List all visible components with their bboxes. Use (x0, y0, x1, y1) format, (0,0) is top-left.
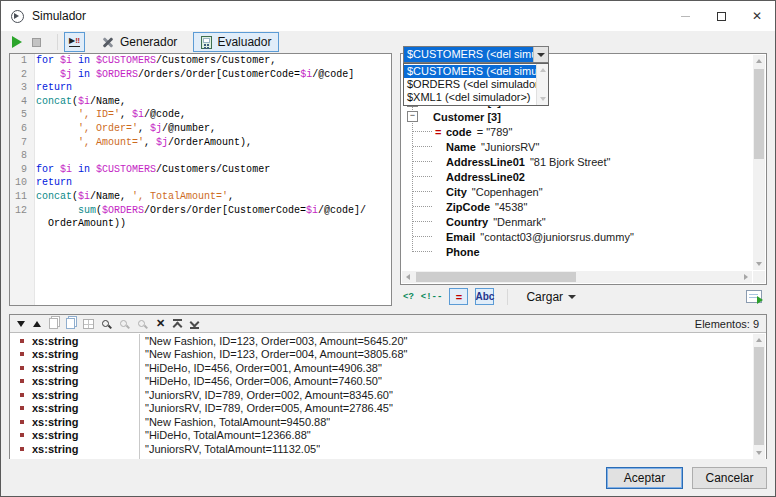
code-line[interactable]: 8 (10, 149, 391, 163)
tree-connector (413, 161, 432, 162)
result-value: "JuniorsRV, ID=789, Order=005, Amount=27… (139, 402, 393, 414)
scroll-up-icon[interactable] (756, 59, 762, 63)
cancel-button[interactable]: Cancelar (692, 467, 767, 489)
run-button[interactable] (12, 36, 22, 48)
result-type-cell: xs:string (11, 416, 139, 428)
scroll-down-icon[interactable] (540, 97, 546, 101)
copy-icon[interactable] (49, 318, 58, 329)
code-line[interactable]: 10return (10, 176, 391, 190)
generator-button[interactable]: Generador (93, 32, 185, 52)
scroll-right-icon[interactable] (744, 274, 748, 280)
close-button[interactable]: ✕ (739, 1, 775, 31)
evaluator-button[interactable]: Evaluador (193, 32, 279, 52)
xquery-editor[interactable]: 1for $i in $CUSTOMERS/Customers/Customer… (9, 53, 392, 306)
tree-row[interactable]: Country"Denmark" (402, 214, 752, 229)
code-line[interactable]: OrderAmount)) (10, 217, 391, 231)
variables-combobox[interactable]: $CUSTOMERS (<del simulador> (403, 46, 549, 63)
clear-results-icon[interactable]: ✕ (156, 318, 165, 329)
tree-row[interactable]: AddressLine02 (402, 169, 752, 184)
accept-button[interactable]: Aceptar (606, 467, 683, 489)
next-result-icon[interactable] (17, 321, 25, 327)
tree-row[interactable]: ZipCode"4538" (402, 199, 752, 214)
auto-evaluate-toggle[interactable]: ▶ ‼ (64, 32, 85, 52)
code-line[interactable]: 3return (10, 81, 391, 95)
stop-button[interactable] (32, 38, 41, 47)
comments-toggle[interactable]: <!-- (421, 292, 443, 302)
tools-icon (101, 35, 115, 49)
result-row[interactable]: xs:string"JuniorsRV, TotalAmount=11132.0… (11, 442, 752, 456)
xml-declaration-toggle[interactable]: <? (403, 292, 414, 302)
code-text (31, 149, 36, 163)
text-toggle[interactable]: Abc (475, 288, 494, 305)
tree-node-value: "contact03@juniorsrus.dummy" (480, 231, 633, 243)
table-view-icon[interactable] (83, 319, 94, 329)
results-count: Elementos: 9 (695, 318, 759, 330)
scrollbar-thumb[interactable] (754, 347, 764, 445)
code-text: concat($i/Name, ', TotalAmount=', (31, 190, 234, 204)
code-line[interactable]: 12 sum($ORDERS/Orders/Order[CustomerCode… (10, 204, 391, 218)
code-line[interactable]: 6 ', Order=', $j/@number, (10, 122, 391, 136)
variable-option[interactable]: $CUSTOMERS (<del simulador>) (404, 65, 536, 78)
tree-row[interactable]: AddressLine01"81 Bjork Street" (402, 154, 752, 169)
search-next-icon[interactable] (138, 320, 145, 327)
result-row[interactable]: xs:string"New Fashion, TotalAmount=9450.… (11, 415, 752, 429)
result-row[interactable]: xs:string"New Fashion, ID=123, Order=004… (11, 348, 752, 362)
tree-row[interactable]: −Customer [3] (402, 109, 752, 124)
scroll-up-icon[interactable] (540, 68, 546, 72)
dropdown-scrollbar[interactable] (536, 64, 548, 105)
tree-row[interactable]: Name"JuniorsRV" (402, 139, 752, 154)
attributes-toggle[interactable]: = (449, 288, 468, 305)
result-row[interactable]: xs:string"HiDeHo, ID=456, Order=006, Amo… (11, 375, 752, 389)
tree-vertical-scrollbar[interactable] (753, 55, 765, 270)
result-row[interactable]: xs:string"New Fashion, ID=123, Order=003… (11, 334, 752, 348)
tree-node-label: AddressLine01 (446, 156, 525, 168)
previous-result-icon[interactable] (33, 321, 41, 327)
result-bullet-icon (20, 420, 24, 424)
scrollbar-thumb[interactable] (754, 69, 764, 159)
results-vertical-scrollbar[interactable] (753, 334, 765, 459)
line-number: 11 (10, 190, 31, 204)
result-value: "New Fashion, TotalAmount=9450.88" (139, 416, 330, 428)
result-row[interactable]: xs:string"JuniorsRV, ID=789, Order=005, … (11, 402, 752, 416)
code-line[interactable]: 1for $i in $CUSTOMERS/Customers/Customer… (10, 54, 391, 68)
scrollbar-thumb[interactable] (416, 272, 576, 282)
scroll-down-icon[interactable] (756, 262, 762, 266)
copy-all-icon[interactable] (66, 318, 75, 329)
tree-row[interactable]: City"Copenhagen" (402, 184, 752, 199)
tree-row[interactable]: Email"contact03@juniorsrus.dummy" (402, 229, 752, 244)
send-to-editor-button[interactable] (746, 290, 762, 303)
code-text: OrderAmount)) (31, 217, 126, 231)
collapse-icon[interactable]: − (407, 111, 418, 122)
tree-node-value: = "789" (477, 126, 513, 138)
result-row[interactable]: xs:string"JuniorsRV, ID=789, Order=002, … (11, 388, 752, 402)
tree-row[interactable]: =code= "789" (402, 124, 752, 139)
maximize-button[interactable] (703, 1, 739, 31)
load-button[interactable]: Cargar (521, 290, 581, 304)
tree-row[interactable]: Phone (402, 244, 752, 259)
dialog-footer: Aceptar Cancelar (1, 459, 775, 496)
code-text: return (31, 81, 72, 95)
code-line[interactable]: 2 $j in $ORDERS/Orders/Order[CustomerCod… (10, 68, 391, 82)
code-line[interactable]: 5 ', ID=', $i/@code, (10, 108, 391, 122)
search-icon[interactable] (102, 320, 109, 327)
scroll-bottom-icon[interactable] (190, 319, 199, 329)
scroll-down-icon[interactable] (756, 451, 762, 455)
code-line[interactable]: 11concat($i/Name, ', TotalAmount=', (10, 190, 391, 204)
combobox-dropdown-button[interactable] (533, 47, 548, 62)
search-previous-icon[interactable] (120, 320, 127, 327)
scroll-top-icon[interactable] (173, 319, 182, 329)
scroll-up-icon[interactable] (756, 338, 762, 342)
result-value: "New Fashion, ID=123, Order=004, Amount=… (139, 348, 408, 360)
code-line[interactable]: 9for $i in $CUSTOMERS/Customers/Customer (10, 163, 391, 177)
result-type: xs:string (32, 335, 78, 347)
tree-horizontal-scrollbar[interactable] (402, 271, 752, 283)
code-line[interactable]: 4concat($i/Name, (10, 95, 391, 109)
scroll-left-icon[interactable] (406, 274, 410, 280)
code-line[interactable]: 7 ', Amount=', $j/OrderAmount), (10, 136, 391, 150)
source-panel: +Customer [2]−Customer [3]=code= "789"Na… (400, 53, 767, 306)
result-row[interactable]: xs:string"HiDeHo, ID=456, Order=001, Amo… (11, 361, 752, 375)
result-row[interactable]: xs:string"HiDeHo, TotalAmount=12366.88" (11, 429, 752, 443)
minimize-button[interactable] (667, 1, 703, 31)
variable-option[interactable]: $XML1 (<del simulador>) (404, 91, 536, 104)
variable-option[interactable]: $ORDERS (<del simulador>) (404, 78, 536, 91)
